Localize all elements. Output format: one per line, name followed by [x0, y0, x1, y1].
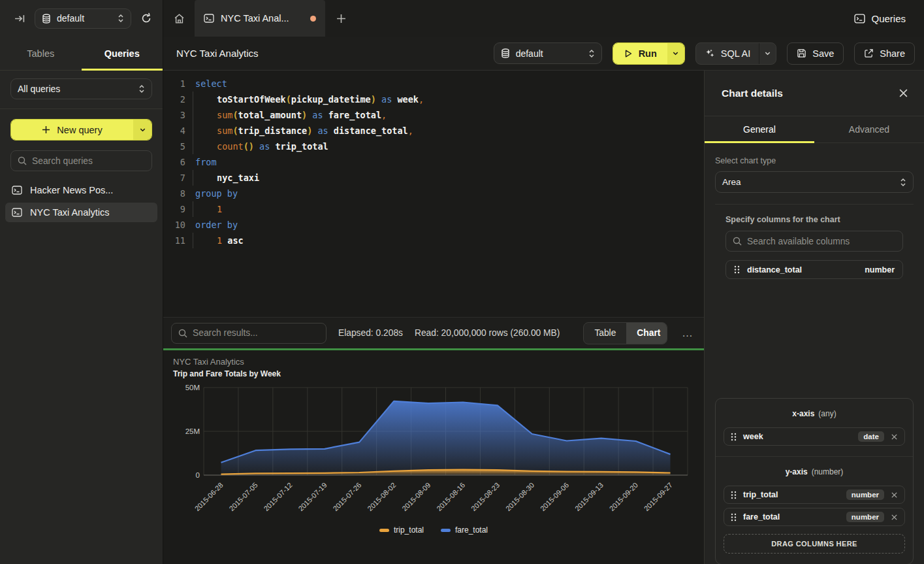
- database-select[interactable]: default: [35, 8, 131, 29]
- svg-text:2015-07-19: 2015-07-19: [296, 481, 328, 512]
- legend-item-fare_total[interactable]: fare_total: [441, 525, 488, 535]
- query-item-nyc-taxi[interactable]: NYC Taxi Analytics: [5, 203, 157, 222]
- chevron-updown-icon: [900, 178, 906, 187]
- drag-handle-icon[interactable]: [731, 513, 737, 522]
- home-tab[interactable]: [163, 0, 195, 37]
- run-database-select[interactable]: default: [494, 42, 602, 64]
- share-button[interactable]: Share: [854, 42, 915, 65]
- svg-text:2015-08-30: 2015-08-30: [504, 481, 535, 512]
- view-toggle: Table Chart: [583, 322, 667, 344]
- y-axis-label: y-axis: [786, 467, 808, 476]
- chevron-updown-icon: [588, 49, 595, 58]
- close-icon[interactable]: [899, 88, 908, 98]
- collapse-sidebar-icon[interactable]: [14, 13, 25, 24]
- drag-handle-icon[interactable]: [734, 265, 740, 274]
- y-axis-chip-trip-total[interactable]: trip_total number: [724, 486, 905, 504]
- queries-filter-select[interactable]: All queries: [10, 78, 152, 99]
- save-label: Save: [812, 48, 834, 59]
- sidebar-tab-tables[interactable]: Tables: [0, 37, 82, 70]
- run-button[interactable]: Run: [613, 42, 685, 65]
- drag-handle-icon[interactable]: [731, 491, 737, 499]
- svg-text:50M: 50M: [185, 384, 200, 391]
- query-item-hacker-news[interactable]: Hacker News Pos...: [5, 180, 157, 200]
- queries-filter-value: All queries: [18, 84, 133, 94]
- view-table[interactable]: Table: [584, 323, 626, 344]
- drop-zone[interactable]: DRAG COLUMNS HERE: [724, 534, 905, 554]
- elapsed-stat: Elapsed: 0.208s: [338, 328, 403, 338]
- axes-card: x-axis(any) week date: [715, 398, 914, 564]
- y-axis-chip-fare-total[interactable]: fare_total number: [724, 508, 905, 526]
- drag-handle-icon[interactable]: [731, 433, 737, 441]
- remove-icon[interactable]: [891, 491, 898, 499]
- svg-text:2015-09-13: 2015-09-13: [573, 481, 605, 512]
- read-stat: Read: 20,000,000 rows (260.00 MB): [415, 328, 560, 338]
- type-badge: number: [846, 489, 884, 500]
- top-bar-left: default: [0, 0, 163, 37]
- tab-general[interactable]: General: [705, 116, 814, 142]
- svg-text:2015-07-12: 2015-07-12: [262, 481, 293, 512]
- sql-editor[interactable]: 1select2toStartOfWeek(pickup_datetime) a…: [163, 71, 704, 317]
- svg-text:2015-09-20: 2015-09-20: [608, 481, 639, 512]
- refresh-icon[interactable]: [140, 12, 152, 24]
- terminal-icon: [12, 208, 22, 217]
- share-icon: [864, 48, 874, 58]
- code-line: 7nyc_taxi: [171, 170, 704, 186]
- sidebar-tabs: Tables Queries: [0, 37, 163, 71]
- save-button[interactable]: Save: [787, 42, 844, 65]
- remove-icon[interactable]: [891, 433, 898, 440]
- top-bar: default NYC Taxi Anal...: [0, 0, 924, 37]
- chart-details-panel: Chart details General Advanced Select ch…: [704, 71, 924, 564]
- app: default NYC Taxi Anal...: [0, 0, 924, 564]
- run-caret[interactable]: [667, 43, 684, 64]
- svg-text:2015-08-09: 2015-08-09: [400, 481, 432, 512]
- queries-button[interactable]: Queries: [836, 0, 924, 37]
- legend-swatch: [379, 529, 389, 532]
- remove-icon[interactable]: [891, 514, 898, 521]
- chevron-updown-icon: [138, 84, 145, 93]
- y-axis-section: y-axis(number) trip_total number: [716, 456, 913, 564]
- available-column-distance-total[interactable]: distance_total number: [725, 260, 903, 279]
- query-title: NYC Taxi Analytics: [176, 48, 483, 59]
- code-line: 2toStartOfWeek(pickup_datetime) as week,: [171, 91, 704, 107]
- tab-label: NYC Taxi Anal...: [221, 13, 304, 24]
- divider: [715, 204, 914, 205]
- code-line: 4sum(trip_distance) as distance_total,: [171, 123, 704, 139]
- x-axis-chip-week[interactable]: week date: [724, 427, 905, 446]
- tab-nyc-taxi-analytics[interactable]: NYC Taxi Anal...: [195, 0, 325, 37]
- svg-text:2015-07-26: 2015-07-26: [331, 481, 362, 512]
- svg-text:2015-08-16: 2015-08-16: [435, 481, 466, 512]
- sql-ai-caret[interactable]: [759, 43, 776, 64]
- terminal-icon: [854, 14, 865, 24]
- legend-item-trip_total[interactable]: trip_total: [379, 525, 424, 535]
- x-axis-label: x-axis: [792, 409, 814, 418]
- query-list: Hacker News Pos... NYC Taxi Analytics: [5, 180, 157, 222]
- new-query-caret[interactable]: [133, 120, 151, 140]
- tab-bar: NYC Taxi Anal... Queries: [163, 0, 924, 37]
- search-results-box: [171, 323, 327, 344]
- chevron-updown-icon: [118, 14, 124, 23]
- svg-text:2015-09-06: 2015-09-06: [539, 481, 570, 512]
- code-line: 1select: [171, 76, 704, 91]
- view-chart[interactable]: Chart: [626, 323, 667, 344]
- chart-plot-area: 025M50M2015-06-282015-07-052015-07-12201…: [163, 380, 704, 535]
- type-badge: date: [858, 431, 884, 442]
- svg-text:2015-06-28: 2015-06-28: [193, 481, 225, 512]
- search-icon: [733, 237, 742, 246]
- tab-advanced[interactable]: Advanced: [814, 116, 924, 142]
- more-options-icon[interactable]: …: [679, 327, 696, 340]
- new-query-button[interactable]: New query: [10, 119, 152, 141]
- search-columns-input[interactable]: [747, 237, 896, 246]
- search-results-input[interactable]: [193, 328, 319, 338]
- editor-toolbar: NYC Taxi Analytics default Ru: [163, 37, 924, 71]
- chart-subtitle: Trip and Fare Totals by Week: [173, 369, 281, 378]
- sql-ai-button[interactable]: SQL AI: [695, 42, 776, 65]
- play-icon: [624, 49, 633, 58]
- sidebar-tab-queries[interactable]: Queries: [82, 37, 163, 70]
- search-queries-input[interactable]: [32, 156, 145, 166]
- svg-text:2015-08-02: 2015-08-02: [366, 481, 397, 512]
- new-tab-button[interactable]: [325, 0, 357, 37]
- svg-text:2015-07-05: 2015-07-05: [228, 481, 259, 512]
- chart-type-select[interactable]: Area: [715, 171, 914, 193]
- queries-label: Queries: [871, 13, 906, 24]
- code-line: 6from: [171, 154, 704, 170]
